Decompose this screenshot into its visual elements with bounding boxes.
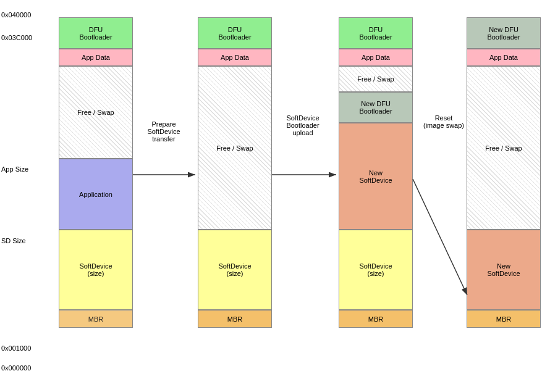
seg-col3-softdevice: SoftDevice(size) [339, 230, 412, 310]
seg-col4-newdfu: New DFUBootloader [467, 18, 540, 49]
memory-col-3: DFUBootloader App Data Free / Swap New D… [339, 17, 413, 328]
seg-col4-appdata: App Data [467, 49, 540, 66]
seg-col3-appdata: App Data [339, 49, 412, 66]
seg-col1-application: Application [59, 159, 132, 230]
memory-col-1: DFUBootloader App Data Free / Swap Appli… [59, 17, 133, 328]
arrow3-label: Reset(image swap) [413, 114, 475, 129]
y-label-sdsize: SD Size [1, 237, 26, 244]
seg-col1-freeswap: Free / Swap [59, 66, 132, 159]
arrow2-label: SoftDeviceBootloaderupload [272, 114, 334, 136]
seg-col2-mbr: MBR [198, 310, 271, 327]
diagram: 0x040000 0x03C000 App Size SD Size 0x001… [0, 0, 550, 392]
y-label-001000: 0x001000 [1, 344, 31, 352]
seg-col2-freeswap: Free / Swap [198, 66, 271, 230]
y-label-03c000: 0x03C000 [1, 34, 32, 41]
y-label-appsize: App Size [1, 165, 28, 173]
seg-col4-mbr: MBR [467, 310, 540, 327]
memory-col-4: New DFUBootloader App Data Free / Swap N… [467, 17, 541, 328]
seg-col2-dfu: DFUBootloader [198, 18, 271, 49]
arrow3-line [413, 179, 467, 295]
seg-col4-freeswap: Free / Swap [467, 66, 540, 230]
seg-col3-newdfu: New DFUBootloader [339, 92, 412, 123]
seg-col3-mbr: MBR [339, 310, 412, 327]
y-label-040000: 0x040000 [1, 11, 31, 19]
seg-col2-appdata: App Data [198, 49, 271, 66]
seg-col1-dfu: DFUBootloader [59, 18, 132, 49]
arrow1-label: PrepareSoftDevicetransfer [136, 120, 192, 143]
seg-col1-mbr: MBR [59, 310, 132, 327]
seg-col1-softdevice: SoftDevice(size) [59, 230, 132, 310]
seg-col1-appdata: App Data [59, 49, 132, 66]
seg-col3-freeswap: Free / Swap [339, 66, 412, 92]
seg-col4-newsoftdevice: NewSoftDevice [467, 230, 540, 310]
seg-col2-softdevice: SoftDevice(size) [198, 230, 271, 310]
memory-col-2: DFUBootloader App Data Free / Swap SoftD… [198, 17, 272, 328]
y-label-000000: 0x000000 [1, 364, 31, 372]
seg-col3-dfu: DFUBootloader [339, 18, 412, 49]
seg-col3-newsoftdevice: NewSoftDevice [339, 123, 412, 230]
